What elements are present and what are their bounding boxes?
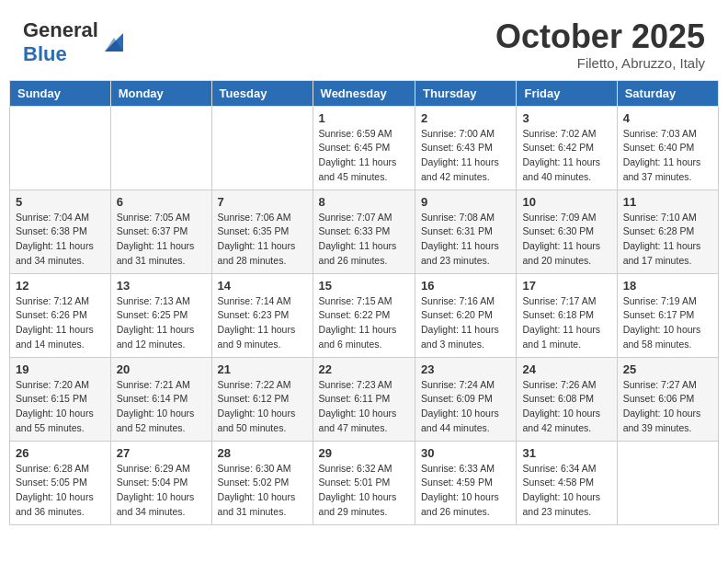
calendar-cell: 21Sunrise: 7:22 AM Sunset: 6:12 PM Dayli… [211, 357, 313, 441]
day-info: Sunrise: 7:03 AM Sunset: 6:40 PM Dayligh… [623, 127, 712, 185]
calendar-cell: 8Sunrise: 7:07 AM Sunset: 6:33 PM Daylig… [313, 190, 415, 273]
calendar-cell: 14Sunrise: 7:14 AM Sunset: 6:23 PM Dayli… [211, 273, 313, 357]
calendar-cell: 10Sunrise: 7:09 AM Sunset: 6:30 PM Dayli… [517, 190, 617, 273]
calendar-cell: 3Sunrise: 7:02 AM Sunset: 6:42 PM Daylig… [517, 106, 617, 190]
day-number: 14 [218, 279, 307, 293]
day-info: Sunrise: 7:27 AM Sunset: 6:06 PM Dayligh… [623, 378, 712, 436]
calendar-week-row: 12Sunrise: 7:12 AM Sunset: 6:26 PM Dayli… [10, 273, 719, 357]
calendar-cell: 23Sunrise: 7:24 AM Sunset: 6:09 PM Dayli… [415, 357, 517, 441]
day-info: Sunrise: 6:59 AM Sunset: 6:45 PM Dayligh… [319, 127, 409, 185]
day-number: 1 [319, 111, 409, 125]
logo-icon [100, 29, 128, 56]
day-number: 27 [117, 446, 206, 460]
calendar-cell: 19Sunrise: 7:20 AM Sunset: 6:15 PM Dayli… [10, 357, 111, 441]
calendar-cell: 15Sunrise: 7:15 AM Sunset: 6:22 PM Dayli… [313, 273, 415, 357]
day-info: Sunrise: 7:08 AM Sunset: 6:31 PM Dayligh… [421, 211, 510, 269]
calendar-cell: 31Sunrise: 6:34 AM Sunset: 4:58 PM Dayli… [517, 441, 617, 524]
logo-text: General Blue [23, 18, 98, 66]
day-number: 3 [522, 111, 610, 125]
calendar-table: SundayMondayTuesdayWednesdayThursdayFrid… [9, 80, 719, 525]
day-number: 28 [218, 446, 307, 460]
logo-general: General [23, 18, 98, 41]
calendar-cell: 29Sunrise: 6:32 AM Sunset: 5:01 PM Dayli… [313, 441, 415, 524]
day-info: Sunrise: 7:04 AM Sunset: 6:38 PM Dayligh… [16, 211, 105, 269]
calendar-cell [211, 106, 313, 190]
day-number: 13 [117, 279, 206, 293]
calendar-cell: 17Sunrise: 7:17 AM Sunset: 6:18 PM Dayli… [517, 273, 617, 357]
day-number: 18 [623, 279, 712, 293]
logo-blue: Blue [23, 42, 67, 65]
day-info: Sunrise: 7:10 AM Sunset: 6:28 PM Dayligh… [623, 211, 712, 269]
calendar-cell [10, 106, 111, 190]
day-info: Sunrise: 7:26 AM Sunset: 6:08 PM Dayligh… [522, 378, 610, 436]
day-number: 19 [16, 362, 105, 376]
day-number: 12 [16, 279, 105, 293]
day-info: Sunrise: 6:34 AM Sunset: 4:58 PM Dayligh… [522, 462, 610, 520]
day-number: 5 [16, 195, 105, 209]
day-info: Sunrise: 7:12 AM Sunset: 6:26 PM Dayligh… [16, 294, 105, 352]
col-header-wednesday: Wednesday [313, 80, 415, 106]
logo: General Blue [23, 18, 128, 66]
calendar-cell: 26Sunrise: 6:28 AM Sunset: 5:05 PM Dayli… [10, 441, 111, 524]
day-info: Sunrise: 7:02 AM Sunset: 6:42 PM Dayligh… [522, 127, 610, 185]
day-number: 11 [623, 195, 712, 209]
day-number: 16 [421, 279, 510, 293]
calendar-cell [617, 441, 718, 524]
day-info: Sunrise: 7:07 AM Sunset: 6:33 PM Dayligh… [319, 211, 409, 269]
day-info: Sunrise: 7:17 AM Sunset: 6:18 PM Dayligh… [522, 294, 610, 352]
calendar-cell: 22Sunrise: 7:23 AM Sunset: 6:11 PM Dayli… [313, 357, 415, 441]
day-number: 25 [623, 362, 712, 376]
day-number: 24 [522, 362, 610, 376]
day-number: 23 [421, 362, 510, 376]
title-block: October 2025 Filetto, Abruzzo, Italy [495, 18, 705, 71]
day-info: Sunrise: 6:29 AM Sunset: 5:04 PM Dayligh… [117, 462, 206, 520]
calendar-cell: 20Sunrise: 7:21 AM Sunset: 6:14 PM Dayli… [110, 357, 211, 441]
day-number: 22 [319, 362, 409, 376]
day-number: 6 [117, 195, 206, 209]
day-info: Sunrise: 7:22 AM Sunset: 6:12 PM Dayligh… [218, 378, 307, 436]
calendar-cell: 11Sunrise: 7:10 AM Sunset: 6:28 PM Dayli… [617, 190, 718, 273]
calendar-cell: 27Sunrise: 6:29 AM Sunset: 5:04 PM Dayli… [110, 441, 211, 524]
day-info: Sunrise: 7:16 AM Sunset: 6:20 PM Dayligh… [421, 294, 510, 352]
day-info: Sunrise: 7:06 AM Sunset: 6:35 PM Dayligh… [218, 211, 307, 269]
day-info: Sunrise: 7:15 AM Sunset: 6:22 PM Dayligh… [319, 294, 409, 352]
day-number: 21 [218, 362, 307, 376]
calendar-cell: 7Sunrise: 7:06 AM Sunset: 6:35 PM Daylig… [211, 190, 313, 273]
calendar-cell: 13Sunrise: 7:13 AM Sunset: 6:25 PM Dayli… [110, 273, 211, 357]
day-number: 20 [117, 362, 206, 376]
day-number: 17 [522, 279, 610, 293]
calendar-cell: 6Sunrise: 7:05 AM Sunset: 6:37 PM Daylig… [110, 190, 211, 273]
calendar-cell: 5Sunrise: 7:04 AM Sunset: 6:38 PM Daylig… [10, 190, 111, 273]
col-header-monday: Monday [110, 80, 211, 106]
day-info: Sunrise: 7:14 AM Sunset: 6:23 PM Dayligh… [218, 294, 307, 352]
calendar-week-row: 1Sunrise: 6:59 AM Sunset: 6:45 PM Daylig… [10, 106, 719, 190]
day-info: Sunrise: 6:33 AM Sunset: 4:59 PM Dayligh… [421, 462, 510, 520]
calendar-week-row: 19Sunrise: 7:20 AM Sunset: 6:15 PM Dayli… [10, 357, 719, 441]
day-info: Sunrise: 7:23 AM Sunset: 6:11 PM Dayligh… [319, 378, 409, 436]
calendar-cell [110, 106, 211, 190]
day-number: 8 [319, 195, 409, 209]
day-info: Sunrise: 7:09 AM Sunset: 6:30 PM Dayligh… [522, 211, 610, 269]
day-number: 26 [16, 446, 105, 460]
col-header-friday: Friday [517, 80, 617, 106]
calendar-cell: 28Sunrise: 6:30 AM Sunset: 5:02 PM Dayli… [211, 441, 313, 524]
calendar-cell: 18Sunrise: 7:19 AM Sunset: 6:17 PM Dayli… [617, 273, 718, 357]
day-info: Sunrise: 7:24 AM Sunset: 6:09 PM Dayligh… [421, 378, 510, 436]
calendar-cell: 2Sunrise: 7:00 AM Sunset: 6:43 PM Daylig… [415, 106, 517, 190]
day-number: 30 [421, 446, 510, 460]
day-info: Sunrise: 7:05 AM Sunset: 6:37 PM Dayligh… [117, 211, 206, 269]
day-info: Sunrise: 6:30 AM Sunset: 5:02 PM Dayligh… [218, 462, 307, 520]
month-title: October 2025 [495, 18, 705, 55]
calendar-cell: 30Sunrise: 6:33 AM Sunset: 4:59 PM Dayli… [415, 441, 517, 524]
day-info: Sunrise: 6:28 AM Sunset: 5:05 PM Dayligh… [16, 462, 105, 520]
calendar-cell: 24Sunrise: 7:26 AM Sunset: 6:08 PM Dayli… [517, 357, 617, 441]
calendar-cell: 1Sunrise: 6:59 AM Sunset: 6:45 PM Daylig… [313, 106, 415, 190]
calendar-cell: 9Sunrise: 7:08 AM Sunset: 6:31 PM Daylig… [415, 190, 517, 273]
col-header-tuesday: Tuesday [211, 80, 313, 106]
day-info: Sunrise: 7:00 AM Sunset: 6:43 PM Dayligh… [421, 127, 510, 185]
col-header-thursday: Thursday [415, 80, 517, 106]
calendar-cell: 16Sunrise: 7:16 AM Sunset: 6:20 PM Dayli… [415, 273, 517, 357]
calendar-cell: 25Sunrise: 7:27 AM Sunset: 6:06 PM Dayli… [617, 357, 718, 441]
day-number: 2 [421, 111, 510, 125]
day-info: Sunrise: 7:20 AM Sunset: 6:15 PM Dayligh… [16, 378, 105, 436]
